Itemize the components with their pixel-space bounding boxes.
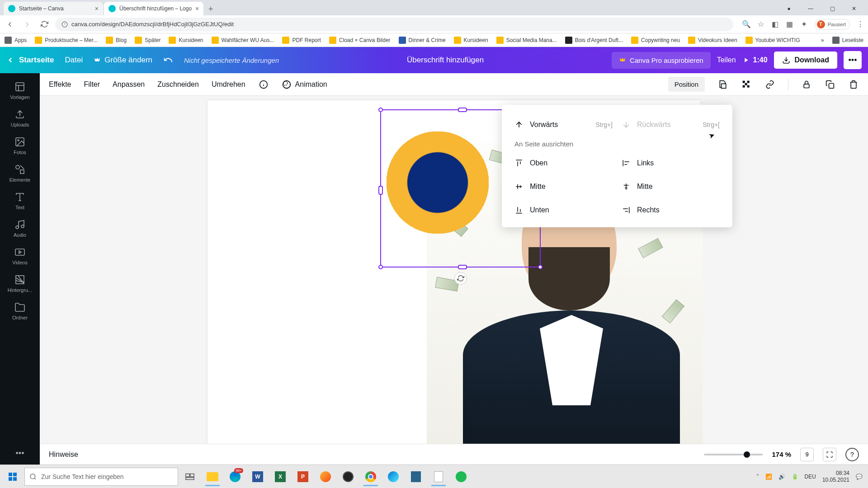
resize-handle[interactable]: [458, 108, 467, 112]
crop-button[interactable]: Zuschneiden: [157, 80, 199, 89]
bookmark-item[interactable]: Copywriting neu: [631, 37, 680, 44]
canvas-area[interactable]: [40, 96, 868, 465]
forward-button[interactable]: [21, 18, 33, 31]
flip-button[interactable]: Umdrehen: [212, 80, 245, 89]
info-icon[interactable]: [258, 79, 269, 90]
powerpoint-app[interactable]: P: [292, 467, 314, 486]
copy-style-icon[interactable]: [717, 79, 728, 90]
tray-chevron-icon[interactable]: ˄: [756, 474, 759, 480]
address-bar[interactable]: canva.com/design/DAEdomzscjI/drBfjHdCojI…: [55, 18, 733, 31]
pages-button[interactable]: 9: [800, 448, 814, 461]
bookmark-item[interactable]: Blog: [106, 37, 127, 44]
resize-handle[interactable]: [378, 265, 383, 269]
resize-button[interactable]: Größe ändern: [94, 56, 152, 65]
app-icon[interactable]: [405, 467, 427, 486]
word-app[interactable]: W: [247, 467, 269, 486]
bookmark-item[interactable]: Wahlfächer WU Aus...: [212, 37, 274, 44]
align-right[interactable]: Rechts: [622, 202, 720, 218]
duplicate-icon[interactable]: [825, 79, 835, 90]
help-button[interactable]: ?: [845, 448, 859, 461]
bookmark-overflow[interactable]: »: [821, 37, 824, 43]
effects-button[interactable]: Effekte: [49, 80, 71, 89]
zoom-icon[interactable]: 🔍: [742, 20, 750, 28]
zoom-percentage[interactable]: 174 %: [772, 450, 791, 458]
notification-icon[interactable]: 💬: [856, 474, 863, 480]
resize-handle[interactable]: [378, 186, 383, 195]
bookmark-item[interactable]: PDF Report: [282, 37, 321, 44]
spotify-app[interactable]: [450, 467, 472, 486]
bookmark-item[interactable]: Social Media Mana...: [496, 37, 557, 44]
download-button[interactable]: Download: [774, 52, 837, 69]
bookmark-item[interactable]: Cload + Canva Bilder: [329, 37, 391, 44]
taskbar-search[interactable]: Zur Suche Text hier eingeben: [24, 468, 178, 486]
slider-thumb[interactable]: [744, 451, 750, 458]
extension-icon[interactable]: ◧: [771, 20, 779, 28]
start-button[interactable]: [2, 467, 24, 486]
align-middle-h[interactable]: Mitte: [622, 178, 720, 195]
share-button[interactable]: Teilen: [717, 56, 736, 64]
bookmark-item[interactable]: Kursideen: [169, 37, 203, 44]
lock-icon[interactable]: [801, 79, 812, 90]
fullscreen-button[interactable]: [823, 448, 836, 461]
undo-button[interactable]: [163, 55, 173, 65]
filter-button[interactable]: Filter: [84, 80, 100, 89]
more-button[interactable]: •••: [844, 51, 862, 69]
reading-list[interactable]: Leseliste: [832, 37, 863, 44]
try-pro-button[interactable]: Canva Pro ausprobieren: [612, 52, 711, 69]
maximize-button[interactable]: ▢: [822, 2, 843, 15]
excel-app[interactable]: X: [269, 467, 291, 486]
design-title[interactable]: Überschrift hinzufügen: [407, 56, 484, 64]
close-window-button[interactable]: ✕: [844, 2, 864, 15]
sidebar-item-videos[interactable]: Videos: [0, 242, 40, 270]
bookmark-item[interactable]: Produktsuche – Mer...: [35, 37, 98, 44]
rotate-handle[interactable]: [454, 272, 467, 285]
app-icon[interactable]: [315, 467, 336, 486]
align-left[interactable]: Links: [622, 155, 720, 171]
kebab-menu-icon[interactable]: ⋮: [856, 20, 864, 28]
sidebar-item-audio[interactable]: Audio: [0, 215, 40, 242]
align-bottom[interactable]: Unten: [514, 202, 613, 218]
link-icon[interactable]: [764, 79, 775, 90]
file-menu[interactable]: Datei: [65, 56, 83, 65]
resize-handle[interactable]: [458, 265, 467, 269]
bookmark-apps[interactable]: Apps: [5, 37, 27, 44]
position-button[interactable]: Position: [668, 77, 705, 92]
chrome-app[interactable]: [360, 467, 382, 486]
notes-button[interactable]: Hinweise: [49, 450, 78, 459]
explorer-app[interactable]: [202, 467, 223, 486]
profile-badge[interactable]: T Pausiert: [815, 19, 850, 30]
sidebar-item-photos[interactable]: Fotos: [0, 132, 40, 160]
sidebar-more[interactable]: •••: [16, 449, 24, 465]
edge2-app[interactable]: [382, 467, 404, 486]
chrome-menu-icon[interactable]: ●: [778, 2, 799, 15]
resize-handle[interactable]: [378, 108, 383, 112]
bookmark-icon[interactable]: ☆: [757, 20, 765, 28]
trash-icon[interactable]: [848, 79, 859, 90]
language-indicator[interactable]: DEU: [805, 474, 816, 480]
forward-option[interactable]: Vorwärts Strg+]: [514, 117, 613, 133]
clock[interactable]: 08:34 10.05.2021: [822, 470, 849, 483]
bookmark-item[interactable]: Kursideen: [454, 37, 488, 44]
bookmark-item[interactable]: Später: [135, 37, 160, 44]
adjust-button[interactable]: Anpassen: [113, 80, 145, 89]
align-middle-v[interactable]: Mitte: [514, 178, 613, 195]
obs-app[interactable]: [337, 467, 359, 486]
minimize-button[interactable]: —: [800, 2, 821, 15]
transparency-icon[interactable]: [741, 79, 752, 90]
extension-icon[interactable]: ✦: [800, 20, 808, 28]
volume-icon[interactable]: 🔊: [778, 474, 785, 480]
notepad-app[interactable]: [428, 467, 449, 486]
resize-handle[interactable]: [538, 265, 542, 269]
sidebar-item-background[interactable]: Hintergru...: [0, 270, 40, 297]
align-top[interactable]: Oben: [514, 155, 613, 171]
sidebar-item-uploads[interactable]: Uploads: [0, 104, 40, 132]
extension-icon[interactable]: ▦: [786, 20, 794, 28]
browser-tab-inactive[interactable]: Startseite – Canva ×: [4, 2, 103, 15]
sidebar-item-text[interactable]: Text: [0, 187, 40, 215]
sidebar-item-elements[interactable]: Elemente: [0, 160, 40, 187]
new-tab-button[interactable]: +: [204, 3, 217, 15]
sidebar-item-templates[interactable]: Vorlagen: [0, 77, 40, 104]
close-icon[interactable]: ×: [95, 5, 99, 12]
bookmark-item[interactable]: Youtube WICHTIG: [745, 37, 800, 44]
browser-tab-active[interactable]: Überschrift hinzufügen – Logo ×: [104, 2, 203, 15]
